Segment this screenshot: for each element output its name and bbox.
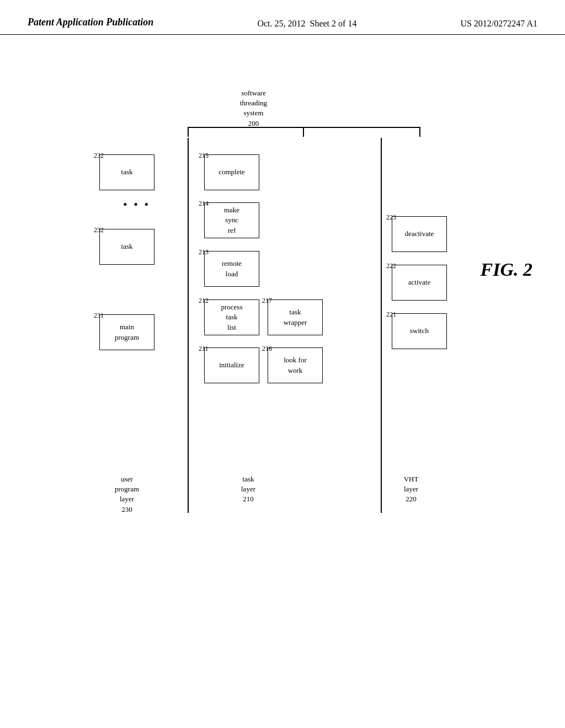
num-215: 215: [199, 152, 209, 160]
box-217: taskwrapper: [268, 299, 323, 335]
box-221: switch: [392, 313, 447, 349]
num-232-top: 232: [94, 152, 104, 160]
layer-user-label: userprogramlayer230: [99, 474, 154, 515]
box-223: deactivate: [392, 216, 447, 252]
system-label: softwarethreadingsystem200: [240, 88, 267, 129]
num-212: 212: [199, 297, 209, 305]
layer-task-label: tasklayer210: [226, 474, 270, 505]
page-header: Patent Application Publication Oct. 25, …: [0, 0, 565, 35]
num-216: 216: [262, 345, 272, 353]
dots: • • •: [123, 197, 150, 212]
divider-left: [188, 138, 189, 513]
box-212: processtasklist: [204, 299, 259, 335]
fig-label: FIG. 2: [481, 259, 532, 280]
brace-left-vert: [188, 127, 189, 137]
box-211: initialize: [204, 347, 259, 383]
brace-right-vert: [419, 127, 420, 137]
num-211: 211: [199, 345, 209, 353]
publication-title: Patent Application Publication: [28, 17, 153, 28]
box-231: mainprogram: [99, 314, 154, 350]
layer-vht-label: VHTlayer220: [389, 474, 433, 505]
box-232-bot: task: [99, 229, 154, 265]
num-213: 213: [199, 248, 209, 256]
box-215: complete: [204, 154, 259, 190]
num-223: 223: [386, 213, 396, 222]
diagram-area: softwarethreadingsystem200 task 232 • • …: [28, 72, 535, 651]
num-217: 217: [262, 297, 272, 305]
brace-center-vert: [303, 127, 304, 137]
box-213: remoteload: [204, 251, 259, 287]
publication-number: US 2012/0272247 A1: [460, 19, 537, 29]
num-231: 231: [94, 312, 104, 320]
box-222: activate: [392, 265, 447, 301]
box-216: look forwork: [268, 347, 323, 383]
num-214: 214: [199, 200, 209, 208]
divider-right: [381, 138, 382, 513]
num-221: 221: [386, 311, 396, 319]
box-214: makesyncref: [204, 202, 259, 238]
box-232-top: task: [99, 154, 154, 190]
num-232-bot: 232: [94, 226, 104, 234]
publication-date: Oct. 25, 2012 Sheet 2 of 14: [257, 19, 356, 29]
num-222: 222: [386, 262, 396, 270]
